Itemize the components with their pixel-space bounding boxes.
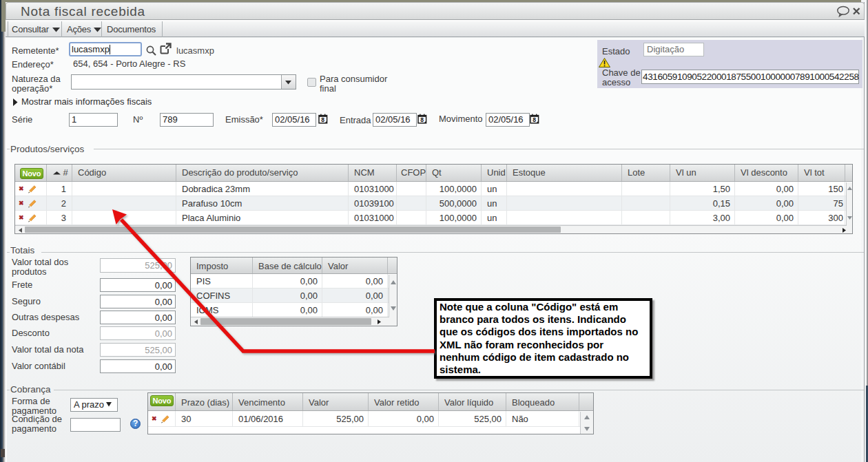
svg-text:8: 8 (420, 116, 424, 123)
svg-text:8: 8 (321, 116, 324, 123)
svg-text:8: 8 (533, 116, 536, 123)
